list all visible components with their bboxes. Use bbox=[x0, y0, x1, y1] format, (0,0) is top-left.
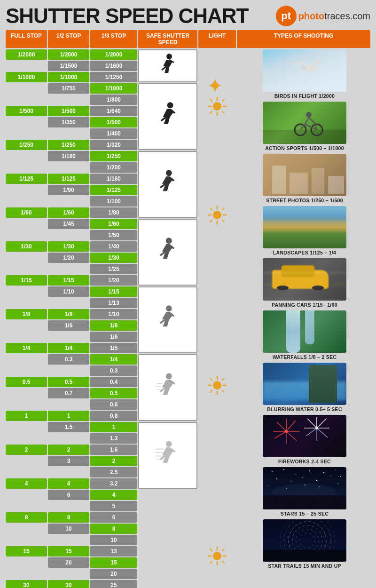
speed-cell: 10 bbox=[48, 524, 89, 534]
speed-cell: 20 bbox=[90, 569, 137, 579]
speed-cell: 0.5 bbox=[6, 377, 47, 387]
type-label-street: STREET PHOTOS 1/250 – 1/500 bbox=[266, 198, 343, 203]
type-label-sports: ACTION SPORTS 1/500 – 1/1000 bbox=[265, 145, 344, 151]
type-stars: STARS 15 – 25 sec bbox=[239, 467, 370, 516]
safe-empty-4 bbox=[138, 526, 197, 538]
svg-marker-93 bbox=[310, 497, 321, 509]
svg-line-40 bbox=[210, 390, 212, 393]
speed-cell: 3.2 bbox=[90, 478, 137, 489]
type-label-fireworks: FIREWORKS 2-4 sec bbox=[278, 459, 331, 464]
page-container: SHUTTER SPEED CHART pt phototraces.com F… bbox=[0, 0, 376, 588]
type-photo-waterfall bbox=[263, 310, 346, 353]
speed-cell: 0.3 bbox=[48, 354, 89, 365]
speed-cell: 1/100 bbox=[90, 196, 137, 207]
col-header-safe: SAFE SHUTTER SPEED bbox=[138, 30, 197, 48]
safe-empty-5 bbox=[138, 539, 197, 550]
type-landscape: LANDSCAPES 1/125 – 1/4 bbox=[239, 206, 370, 255]
svg-point-5 bbox=[165, 373, 172, 379]
svg-line-68 bbox=[317, 428, 328, 437]
speed-cell: 1/15 bbox=[48, 275, 89, 286]
sun-icon-3 bbox=[207, 375, 227, 396]
safe-shutter-col bbox=[138, 49, 197, 588]
tree-silhouette-2 bbox=[263, 548, 346, 562]
svg-point-78 bbox=[335, 469, 336, 470]
safe-box-5 bbox=[138, 286, 197, 353]
svg-point-32 bbox=[213, 381, 221, 389]
safe-empty-3 bbox=[138, 514, 197, 525]
speed-cell: 1/30 bbox=[90, 253, 137, 263]
speed-cell: 1/250 bbox=[90, 151, 137, 161]
runner-icon-5 bbox=[155, 305, 181, 335]
type-blurwater: BLURRING WATER 0.5– 5 sec bbox=[239, 363, 370, 412]
speed-cell: 15 bbox=[48, 546, 89, 556]
svg-line-57 bbox=[286, 421, 296, 431]
main-chart: 1/2000 1/1000 1/500 1/250 1/125 1/60 1/3… bbox=[6, 49, 370, 588]
speed-cell: 1/60 bbox=[6, 207, 47, 218]
svg-point-2 bbox=[165, 170, 172, 176]
svg-line-20 bbox=[222, 111, 225, 114]
speed-cell: 1/60 bbox=[48, 207, 89, 218]
speed-cell: 1/1600 bbox=[90, 61, 137, 71]
speed-cell: 1/6 bbox=[48, 320, 89, 331]
svg-point-75 bbox=[295, 474, 296, 475]
type-street: STREET PHOTOS 1/250 – 1/500 bbox=[239, 154, 370, 203]
speed-cell: 1/1000 bbox=[6, 72, 47, 82]
speed-cell: 15 bbox=[6, 546, 47, 556]
svg-point-51 bbox=[300, 66, 306, 70]
type-photo-birds bbox=[263, 49, 346, 92]
type-photo-blurwater bbox=[263, 363, 346, 405]
speed-cell: 1/160 bbox=[90, 174, 137, 184]
svg-point-84 bbox=[330, 475, 331, 476]
svg-line-21 bbox=[222, 99, 225, 102]
col-header-half: 1/2 STOP bbox=[48, 30, 89, 48]
svg-line-28 bbox=[210, 207, 212, 210]
speed-cell: 1/1000 bbox=[90, 83, 137, 94]
svg-point-14 bbox=[213, 102, 221, 111]
speed-cell: 1/40 bbox=[90, 241, 137, 252]
svg-line-59 bbox=[286, 431, 297, 441]
type-photo-fireworks bbox=[263, 415, 346, 457]
speed-cell: 1/125 bbox=[48, 174, 89, 184]
svg-point-0 bbox=[166, 54, 172, 59]
speed-cell: 0.5 bbox=[90, 388, 137, 398]
svg-line-31 bbox=[210, 220, 212, 222]
speed-cell: 1/20 bbox=[48, 253, 89, 263]
speed-cell: 10 bbox=[90, 535, 137, 545]
speed-cell: 13 bbox=[90, 546, 137, 556]
type-panning: PANNING CARS 1/15– 1/60 bbox=[239, 258, 370, 308]
type-photo-stars bbox=[263, 467, 346, 509]
third-stop-col: 1/2000 1/1600 1/1250 1/1000 1/800 1/640 … bbox=[90, 49, 137, 588]
speed-cell: 1/200 bbox=[90, 162, 137, 173]
svg-line-38 bbox=[222, 390, 225, 393]
svg-marker-103 bbox=[314, 550, 326, 562]
speed-cell: 1/500 bbox=[6, 106, 47, 116]
sun-icon-2 bbox=[207, 205, 227, 225]
svg-point-81 bbox=[290, 481, 291, 482]
svg-line-46 bbox=[210, 548, 212, 551]
svg-marker-92 bbox=[286, 495, 298, 509]
speed-cell: 1/20 bbox=[90, 275, 137, 286]
svg-point-4 bbox=[165, 305, 172, 311]
speed-cell: 1/5 bbox=[90, 343, 137, 353]
speed-cell: 1/30 bbox=[6, 241, 47, 252]
runner-icon-3 bbox=[155, 169, 181, 200]
speed-cell: 1/750 bbox=[48, 83, 89, 94]
safe-empty-2 bbox=[138, 502, 197, 513]
half-stop-col: 1/2000 1/1500 1/1000 1/750 1/500 1/350 1… bbox=[48, 49, 89, 588]
speed-cell: 1 bbox=[90, 422, 137, 432]
speed-cell: 2 bbox=[48, 445, 89, 455]
svg-line-66 bbox=[317, 419, 326, 428]
speed-cell: 4 bbox=[90, 490, 137, 500]
type-photo-startrails bbox=[263, 519, 346, 562]
speed-cell: 1/400 bbox=[90, 128, 137, 139]
svg-point-3 bbox=[165, 238, 172, 244]
type-label-birds: BIRDS IN FLIGHT 1/2000 bbox=[274, 93, 335, 99]
speed-cell: 1/13 bbox=[90, 298, 137, 308]
type-photo-panning bbox=[263, 258, 346, 301]
type-label-blurwater: BLURRING WATER 0.5– 5 sec bbox=[267, 406, 342, 412]
speed-cell: 1/60 bbox=[90, 219, 137, 229]
speed-cell: 4 bbox=[48, 478, 89, 489]
svg-marker-104 bbox=[332, 552, 342, 562]
type-sports: ACTION SPORTS 1/500 – 1/1000 bbox=[239, 102, 370, 151]
logo-icon: pt bbox=[276, 6, 297, 26]
